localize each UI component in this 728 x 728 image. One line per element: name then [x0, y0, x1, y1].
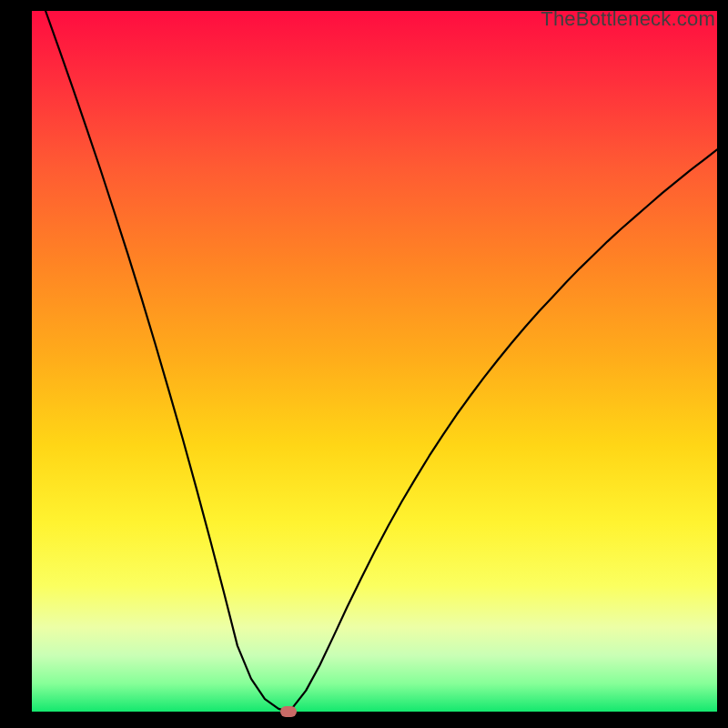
- optimum-marker: [280, 706, 297, 717]
- plot-area: [32, 11, 717, 712]
- chart-frame: TheBottleneck.com: [0, 0, 728, 728]
- watermark: TheBottleneck.com: [541, 7, 715, 31]
- bottleneck-curve: [32, 11, 717, 712]
